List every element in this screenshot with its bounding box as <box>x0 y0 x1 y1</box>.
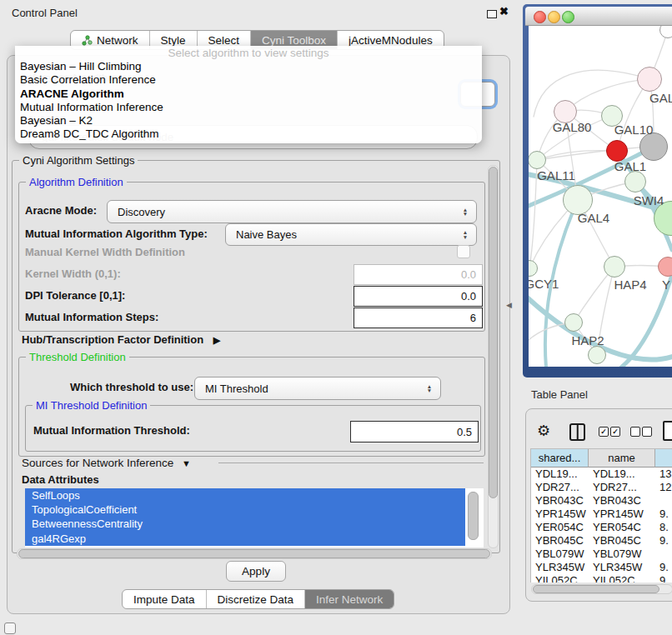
node-label: GAL11 <box>537 168 575 182</box>
table-cell <box>655 548 672 561</box>
network-node[interactable] <box>604 256 625 278</box>
document-icon[interactable] <box>663 421 672 441</box>
algorithm-option[interactable]: Bayesian – K2 <box>15 114 482 128</box>
gear-icon[interactable]: ⚙ <box>537 422 550 440</box>
table-cell: 8. <box>655 521 672 534</box>
network-window-titlebar[interactable] <box>525 7 672 26</box>
node-label: GAL1 <box>614 159 646 173</box>
table-cell: YLR345W <box>589 561 655 574</box>
network-node[interactable] <box>529 151 546 169</box>
algorithm-placeholder: Select algorithm to view settings <box>15 46 482 60</box>
node-label: GAL10 <box>614 122 654 137</box>
mi-steps-field[interactable]: 6 <box>354 308 483 328</box>
table-cell: YPR145W <box>531 508 589 521</box>
algorithm-option[interactable]: ARACNE Algorithm <box>15 88 482 101</box>
table-cell: YDL19... <box>531 468 589 481</box>
column-header-2[interactable]: name <box>589 449 655 468</box>
mi-algorithm-type-label: Mutual Information Algorithm Type: <box>25 223 208 244</box>
table-row[interactable]: YDR27...YDR27...12 <box>531 481 672 494</box>
algorithm-option[interactable]: Dream8 DC_TDC Algorithm <box>15 128 482 141</box>
node-table[interactable]: shared...nameA YDL19...YDL19...13YDR27..… <box>530 448 672 582</box>
list-scrollbar-thumb[interactable] <box>468 492 479 540</box>
node-label: GCY1 <box>529 277 559 291</box>
close-traffic-light[interactable] <box>534 11 546 23</box>
tab-infer-network[interactable]: Infer Network <box>305 590 394 608</box>
mi-threshold-label: Mutual Information Threshold: <box>33 421 190 441</box>
table-row[interactable]: YIL052CYIL052C9 <box>531 574 672 582</box>
tab-impute-data[interactable]: Impute Data <box>123 590 207 608</box>
table-cell: YBR045C <box>589 534 655 548</box>
algorithm-definition-legend: Algorithm Definition <box>26 176 127 188</box>
data-attributes-list[interactable]: SelfLoopsTopologicalCoefficientBetweenne… <box>25 488 484 548</box>
minimized-panel-icon[interactable] <box>4 622 16 634</box>
checked-checkbox-icon[interactable]: ✓ <box>599 427 609 437</box>
network-node[interactable] <box>564 313 583 332</box>
sources-toggle[interactable]: Sources for Network Inference ▼ <box>22 457 191 470</box>
data-attributes-label: Data Attributes <box>22 473 99 487</box>
minimize-traffic-light[interactable] <box>548 11 560 23</box>
network-node[interactable] <box>588 346 606 364</box>
manual-kernel-checkbox[interactable] <box>457 245 470 258</box>
table-row[interactable]: YER054CYER054C8. <box>531 521 672 534</box>
kernel-width-label: Kernel Width (0,1): <box>25 264 121 283</box>
table-row[interactable]: YDL19...YDL19...13 <box>531 468 672 481</box>
algorithm-option[interactable]: Bayesian – Hill Climbing <box>15 60 482 73</box>
settings-hscrollbar-thumb[interactable] <box>18 549 490 558</box>
network-canvas[interactable]: GALGAL80GAL10GAL1GAL11SWI4GAL4GCY1HAP4YH… <box>529 26 672 367</box>
dpi-tolerance-field[interactable]: 0.0 <box>354 286 483 307</box>
column-header-3[interactable]: A <box>655 449 672 468</box>
data-attribute-item[interactable]: BetweennessCentrality <box>25 517 465 531</box>
mi-algorithm-type-combo[interactable]: Naive Bayes ▲▼ <box>225 223 477 246</box>
table-cell: YDR27... <box>531 481 589 494</box>
disclosure-right-icon[interactable]: ▶ <box>213 335 220 345</box>
network-node[interactable] <box>637 67 662 92</box>
which-threshold-label: Which threshold to use: <box>70 377 193 398</box>
node-label: GAL80 <box>553 120 592 134</box>
zoom-traffic-light[interactable] <box>562 11 574 23</box>
table-hscrollbar-thumb[interactable] <box>533 585 659 593</box>
table-cell: YLR345W <box>531 561 589 574</box>
node-label: SWI4 <box>634 193 664 208</box>
table-cell: 9. <box>655 561 672 574</box>
table-cell: YBR043C <box>531 494 589 508</box>
table-row[interactable]: YBR045CYBR045C9. <box>531 534 672 548</box>
table-cell <box>655 494 672 508</box>
which-threshold-combo[interactable]: MI Threshold ▲▼ <box>194 377 441 400</box>
close-icon[interactable]: ✖ <box>499 5 509 18</box>
algorithm-option[interactable]: Mutual Information Inference <box>15 101 482 114</box>
disclosure-down-icon[interactable]: ▼ <box>182 458 191 468</box>
tab-discretize-data[interactable]: Discretize Data <box>207 590 306 608</box>
aracne-mode-combo[interactable]: Discovery ▲▼ <box>107 200 477 223</box>
unchecked-checkbox-icon[interactable] <box>642 427 652 437</box>
node-label: HAP2 <box>571 333 604 348</box>
table-cell: YIL052C <box>531 574 589 582</box>
data-attribute-item[interactable]: TopologicalCoefficient <box>25 502 465 517</box>
data-attribute-item[interactable]: SelfLoops <box>25 488 465 502</box>
table-cell: YBL079W <box>589 548 655 561</box>
algorithm-dropdown-popup: Select algorithm to view settings Bayesi… <box>15 46 482 143</box>
table-row[interactable]: YBR043CYBR043C <box>531 494 672 508</box>
table-cell: YDR27... <box>589 481 655 494</box>
table-cell: YBL079W <box>531 548 589 561</box>
table-row[interactable]: YBL079WYBL079W <box>531 548 672 561</box>
data-attribute-item[interactable]: gal4RGexp <box>25 532 465 546</box>
manual-kernel-label: Manual Kernel Width Definition <box>25 246 185 259</box>
hub-definition-toggle[interactable]: Hub/Transcription Factor Definition ▶ <box>22 332 220 348</box>
column-header-1[interactable]: shared... <box>531 449 589 468</box>
apply-button[interactable]: Apply <box>226 561 286 582</box>
network-node[interactable] <box>658 257 672 277</box>
float-window-icon[interactable] <box>487 10 497 18</box>
algorithm-option[interactable]: Basic Correlation Inference <box>15 73 482 87</box>
network-node[interactable] <box>624 171 646 192</box>
table-row[interactable]: YLR345WYLR345W9. <box>531 561 672 574</box>
splitter-collapse-icon[interactable]: ◀ <box>506 301 512 309</box>
settings-scrollbar-thumb[interactable] <box>489 167 498 498</box>
unchecked-checkbox-icon[interactable] <box>630 427 640 437</box>
mi-steps-label: Mutual Information Steps: <box>25 308 158 327</box>
checked-checkbox-icon[interactable]: ✓ <box>610 427 620 437</box>
kernel-width-field[interactable]: 0.0 <box>354 264 483 285</box>
table-row[interactable]: YPR145WYPR145W9. <box>531 508 672 521</box>
mi-threshold-field[interactable]: 0.5 <box>350 421 479 442</box>
network-node[interactable] <box>639 132 668 161</box>
split-columns-icon[interactable] <box>569 423 585 441</box>
